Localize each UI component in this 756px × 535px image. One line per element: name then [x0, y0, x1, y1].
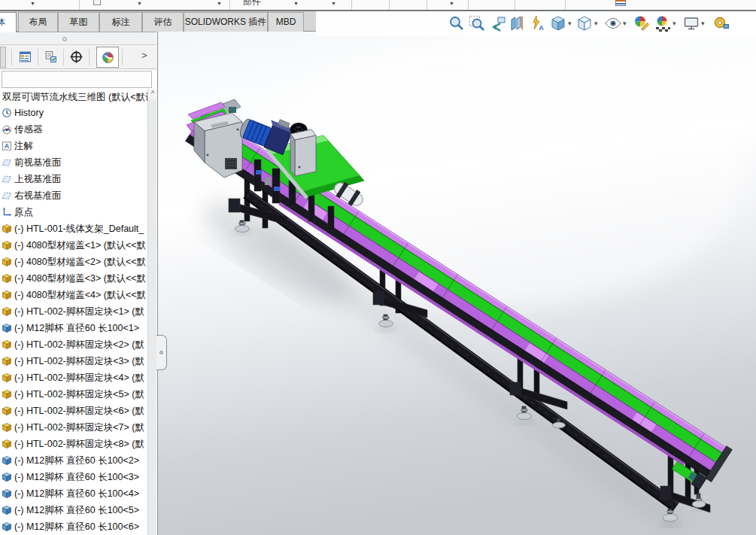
tree-item[interactable]: (-) HTL-002-脚杯固定块<3> (默 [0, 353, 148, 369]
ribbon-tab-5[interactable]: SOLIDWORKS 插件 [184, 12, 268, 32]
tree-item-label: (-) HTL-002-脚杯固定块<6> (默 [14, 403, 144, 419]
origin-icon [2, 207, 12, 217]
part-yellow-icon [2, 372, 12, 383]
assembly-root-item[interactable]: 双层可调节流水线三维图 (默认<默认 [0, 89, 148, 105]
dropdown-arrow-icon[interactable]: ▾ [701, 20, 705, 27]
featuremanager-tab[interactable] [14, 47, 36, 68]
ribbon-tab-1[interactable]: 布局 [18, 12, 58, 32]
section-view-icon[interactable] [508, 13, 527, 34]
flyout-arrow-icon[interactable]: ▼ [331, 1, 336, 6]
flyout-arrow-icon[interactable]: ▼ [30, 1, 35, 6]
displaymanager-tab[interactable] [96, 47, 119, 68]
ribbon-tab-4[interactable]: 评估 [142, 12, 184, 32]
tree-item[interactable]: 前视基准面 [0, 154, 148, 171]
part-yellow-icon [2, 306, 12, 317]
display-style-icon[interactable] [575, 13, 594, 34]
dropdown-arrow-icon[interactable]: ▾ [673, 20, 676, 27]
tree-item[interactable]: (-) 4080型材端盖<2> (默认<<默 [0, 254, 148, 270]
tree-item-label: (-) HTL-002-脚杯固定块<2> (默 [14, 336, 144, 353]
panel-splitter-handle[interactable] [156, 335, 167, 370]
tree-item[interactable]: (-) M12脚杯 直径60 长100<1> [0, 320, 148, 336]
tree-item[interactable]: (-) HTL-002-脚杯固定块<4> (默 [0, 369, 148, 386]
panel-grip-dot[interactable] [62, 37, 67, 41]
tree-item[interactable]: 右视基准面 [0, 187, 148, 204]
view-settings-icon[interactable] [682, 13, 701, 34]
annotation-view-icon[interactable]: A [527, 13, 547, 34]
tree-item-label: (-) M12脚杯 直径60 长100<1> [14, 320, 139, 336]
ribbon-divider [0, 10, 756, 11]
tree-item-label: (-) HTL-002-脚杯固定块<7> (默 [14, 419, 144, 436]
previous-view-icon[interactable] [488, 13, 508, 34]
tree-item[interactable]: (-) M12脚杯 直径60 长100<6> [0, 518, 148, 535]
part-yellow-icon [2, 257, 12, 267]
toolbar-separator [351, 0, 352, 10]
tree-item-label: 右视基准面 [14, 187, 62, 204]
tree-item[interactable]: (-) M12脚杯 直径60 长100<4> [0, 485, 148, 502]
tree-item[interactable]: (-) HTL-002-脚杯固定块<2> (默 [0, 336, 148, 353]
part-yellow-icon [2, 240, 12, 251]
flyout-arrow-icon[interactable]: ▼ [217, 1, 222, 6]
plane-icon [2, 174, 12, 184]
tree-item[interactable]: (-) HTL-002-脚杯固定块<8> (默 [0, 436, 148, 452]
tree-item[interactable]: 上视基准面 [0, 171, 148, 187]
ribbon-tab-2[interactable]: 草图 [58, 12, 99, 32]
ribbon-icon-fragment[interactable] [93, 0, 101, 5]
tree-item[interactable]: (-) HTL-002-脚杯固定块<6> (默 [0, 403, 148, 419]
tree-item[interactable]: 传感器 [0, 121, 148, 138]
tree-item-label: (-) HTL-002-脚杯固定块<1> (默 [14, 303, 144, 320]
apply-scene-icon[interactable] [653, 13, 673, 34]
tree-item[interactable]: (-) HTL-002-脚杯固定块<1> (默 [0, 303, 148, 320]
dimxpertmanager-tab[interactable] [65, 47, 87, 68]
tree-item-label: 传感器 [14, 121, 43, 138]
sensor-icon [2, 124, 12, 135]
flyout-arrow-icon[interactable]: ▼ [449, 1, 454, 6]
tab-separator [63, 49, 64, 65]
tree-scrollbar[interactable]: ^ [147, 89, 156, 535]
tree-item[interactable]: A注解 [0, 138, 148, 154]
tree-item[interactable]: 原点 [0, 204, 148, 220]
tree-item[interactable]: (-) HTL-002-脚杯固定块<5> (默 [0, 386, 148, 403]
part-yellow-icon [2, 389, 12, 400]
part-yellow-icon [2, 356, 12, 366]
tree-item-label: (-) HTL-002-脚杯固定块<8> (默 [14, 436, 144, 452]
tree-item[interactable]: (-) HTL-001-线体支架_Default_ [0, 220, 148, 237]
tree-item[interactable]: (-) HTL-002-脚杯固定块<7> (默 [0, 419, 148, 436]
tree-item-label: (-) M12脚杯 直径60 长100<2> [14, 452, 139, 469]
propertymanager-tab[interactable] [39, 47, 62, 68]
plane-icon [2, 157, 12, 168]
tree-item[interactable]: (-) 4080型材端盖<4> (默认<<默 [0, 287, 148, 303]
zoom-to-fit-icon[interactable] [447, 13, 466, 34]
manager-tab-overflow-arrow[interactable]: > [141, 50, 147, 61]
view-orientation-icon[interactable] [548, 13, 568, 34]
part-yellow-icon [2, 339, 12, 350]
panel-grip-strip[interactable] [0, 32, 156, 45]
scrollbar-up-arrow[interactable]: ^ [148, 89, 157, 99]
dropdown-arrow-icon[interactable]: ▾ [594, 20, 598, 27]
dropdown-arrow-icon[interactable]: ▾ [623, 20, 627, 27]
ribbon-tab-6[interactable]: MBD [268, 12, 304, 32]
tree-item[interactable]: (-) 4080型材端盖<3> (默认<<默 [0, 270, 148, 287]
flyout-arrow-icon[interactable]: ▼ [137, 1, 142, 6]
tree-item-label: (-) M12脚杯 直径60 长100<4> [14, 485, 139, 502]
edit-appearance-icon[interactable] [632, 13, 651, 34]
zoom-to-area-icon[interactable] [467, 13, 487, 34]
part-blue-icon [2, 323, 12, 333]
ribbon-tab-0[interactable]: 体 [0, 12, 17, 32]
ribbon-tab-3[interactable]: 标注 [99, 12, 142, 32]
tree-item[interactable]: (-) M12脚杯 直径60 长100<3> [0, 469, 148, 485]
tree-item[interactable]: (-) M12脚杯 直径60 长100<5> [0, 502, 148, 518]
flyout-arrow-icon[interactable]: ▼ [293, 1, 299, 6]
ribbon-icon-fragment[interactable] [615, 0, 626, 6]
dropdown-arrow-icon[interactable]: ▾ [568, 20, 572, 27]
tab-separator [122, 49, 123, 65]
tree-filter-box[interactable] [2, 71, 152, 88]
feature-tree: History传感器A注解前视基准面上视基准面右视基准面原点(-) HTL-00… [0, 105, 148, 535]
tree-item[interactable]: History [0, 105, 148, 121]
tree-item[interactable]: (-) M12脚杯 直径60 长100<2> [0, 452, 148, 469]
tree-item-label: (-) 4080型材端盖<3> (默认<<默 [14, 270, 146, 287]
measure-icon[interactable] [712, 13, 731, 34]
tree-item[interactable]: (-) 4080型材端盖<1> (默认<<默 [0, 237, 148, 254]
hide-show-items-icon[interactable] [603, 13, 623, 34]
manager-tab-partial[interactable] [0, 47, 6, 68]
tree-item-label: 原点 [14, 204, 33, 220]
